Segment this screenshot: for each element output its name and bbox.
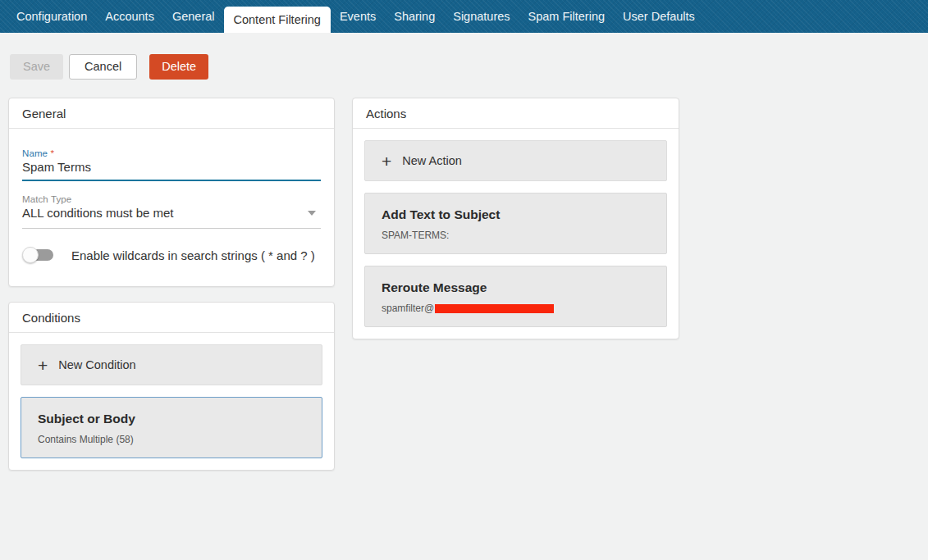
cancel-button[interactable]: Cancel <box>69 54 137 80</box>
general-card-body: Name * Spam Terms Match Type ALL conditi… <box>9 129 334 286</box>
toggle-knob <box>22 247 39 263</box>
action-item-subtitle: SPAM-TERMS: <box>382 230 650 241</box>
plus-icon: + <box>382 153 391 170</box>
top-nav-bar: Configuration Accounts General Content F… <box>0 0 928 33</box>
left-column: General Name * Spam Terms Match Type ALL… <box>8 98 335 471</box>
tab-user-defaults[interactable]: User Defaults <box>614 0 704 33</box>
match-type-select[interactable]: ALL conditions must be met <box>22 204 321 222</box>
condition-item-subtitle: Contains Multiple (58) <box>38 434 305 445</box>
general-card: General Name * Spam Terms Match Type ALL… <box>8 98 335 287</box>
plus-icon: + <box>38 357 48 374</box>
match-type-label: Match Type <box>22 194 321 204</box>
tab-general[interactable]: General <box>163 0 224 33</box>
save-button[interactable]: Save <box>10 54 63 80</box>
new-action-button-label: New Action <box>402 154 462 167</box>
general-card-title: General <box>9 98 334 129</box>
tab-content-filtering[interactable]: Content Filtering <box>224 7 331 33</box>
action-item-add-text-to-subject[interactable]: Add Text to Subject SPAM-TERMS: <box>364 193 667 254</box>
action-item-reroute-message[interactable]: Reroute Message spamfilter@ <box>364 266 667 327</box>
chevron-down-icon <box>308 211 316 216</box>
conditions-card: Conditions + New Condition Subject or Bo… <box>8 302 335 471</box>
conditions-card-body: + New Condition Subject or Body Contains… <box>9 333 334 470</box>
tab-signatures[interactable]: Signatures <box>444 0 519 33</box>
actions-card-body: + New Action Add Text to Subject SPAM-TE… <box>353 129 679 339</box>
wildcards-toggle-row: Enable wildcards in search strings ( * a… <box>22 247 321 263</box>
condition-item-subject-or-body[interactable]: Subject or Body Contains Multiple (58) <box>21 397 322 458</box>
toolbar: Save Cancel Delete <box>0 33 928 80</box>
tab-accounts[interactable]: Accounts <box>96 0 163 33</box>
actions-card: Actions + New Action Add Text to Subject… <box>352 98 679 339</box>
conditions-card-title: Conditions <box>9 303 334 333</box>
new-condition-button-label: New Condition <box>58 358 135 371</box>
match-type-value: ALL conditions must be met <box>22 204 174 222</box>
tab-events[interactable]: Events <box>331 0 385 33</box>
required-asterisk: * <box>50 148 54 158</box>
redacted-email-domain <box>435 304 554 313</box>
condition-item-title: Subject or Body <box>38 412 305 426</box>
new-action-button[interactable]: + New Action <box>364 140 667 181</box>
actions-card-title: Actions <box>353 98 679 129</box>
delete-button[interactable]: Delete <box>149 54 208 80</box>
right-column: Actions + New Action Add Text to Subject… <box>352 98 679 339</box>
wildcards-toggle[interactable] <box>25 249 53 261</box>
name-field-label: Name <box>22 148 48 158</box>
match-type-field-group: Match Type ALL conditions must be met <box>22 194 321 229</box>
name-field-label-row: Name * <box>22 148 321 158</box>
name-input[interactable]: Spam Terms <box>22 158 321 176</box>
tab-spam-filtering[interactable]: Spam Filtering <box>519 0 614 33</box>
name-field-group: Name * Spam Terms <box>22 148 321 181</box>
new-condition-button[interactable]: + New Condition <box>21 344 322 385</box>
tab-configuration[interactable]: Configuration <box>7 0 96 33</box>
main-content: General Name * Spam Terms Match Type ALL… <box>0 80 928 471</box>
reroute-email-prefix: spamfilter@ <box>382 303 434 314</box>
action-item-title: Add Text to Subject <box>382 207 650 222</box>
wildcards-toggle-label: Enable wildcards in search strings ( * a… <box>71 248 315 262</box>
action-item-title: Reroute Message <box>382 280 650 295</box>
tab-sharing[interactable]: Sharing <box>385 0 444 33</box>
action-item-subtitle: spamfilter@ <box>382 303 650 314</box>
